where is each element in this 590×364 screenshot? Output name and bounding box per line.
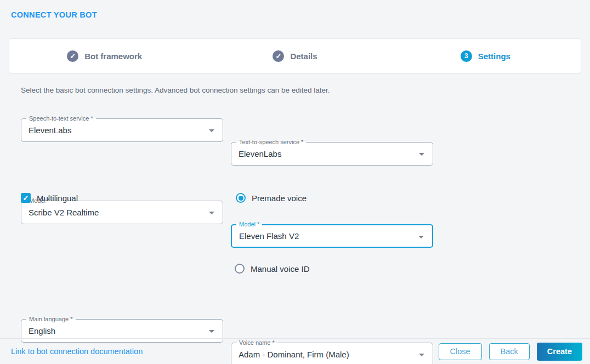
page-title: CONNECT YOUR BOT [11, 10, 97, 19]
radio-selected-icon [236, 193, 246, 203]
checkbox-label: Multilingual [37, 194, 78, 203]
chevron-down-icon [209, 330, 214, 333]
field-label: Main language * [26, 316, 76, 323]
back-button[interactable]: Back [489, 343, 530, 360]
stt-model-select[interactable]: Model * Scribe V2 Realtime [21, 201, 223, 224]
create-button[interactable]: Create [537, 343, 582, 361]
step-bot-framework[interactable]: ✓ Bot framework [9, 50, 200, 62]
step-number-badge: 3 [461, 50, 472, 62]
step-label: Bot framework [84, 52, 142, 61]
step-label: Details [290, 52, 317, 61]
field-label: Model * [236, 221, 262, 228]
multilingual-checkbox[interactable]: ✓ Multilingual [21, 193, 78, 203]
check-icon: ✓ [273, 50, 284, 62]
settings-form: Speech-to-text service * ElevenLabs Text… [21, 118, 433, 283]
radio-unselected-icon [235, 264, 245, 274]
field-value: ElevenLabs [231, 143, 433, 165]
tts-service-select[interactable]: Text-to-speech service * ElevenLabs [231, 142, 433, 166]
close-button[interactable]: Close [439, 343, 482, 360]
radio-label: Premade voice [252, 194, 307, 203]
chevron-down-icon [209, 212, 214, 214]
step-settings[interactable]: 3 Settings [390, 50, 581, 62]
field-label: Text-to-speech service * [236, 139, 306, 146]
premade-voice-radio[interactable]: Premade voice [236, 193, 307, 203]
field-value: Eleven Flash V2 [232, 225, 432, 247]
chevron-down-icon [209, 129, 214, 132]
radio-label: Manual voice ID [251, 264, 310, 274]
footer-bar: Link to bot connection documentation Clo… [0, 338, 590, 364]
field-value: ElevenLabs [21, 119, 223, 141]
field-value: Scribe V2 Realtime [21, 201, 223, 224]
checkbox-checked-icon: ✓ [21, 193, 31, 203]
chevron-down-icon [418, 236, 424, 238]
field-label: Speech-to-text service * [26, 115, 96, 122]
settings-description: Select the basic bot connection settings… [21, 86, 330, 94]
tts-model-select[interactable]: Model * Eleven Flash V2 [231, 224, 433, 248]
check-icon: ✓ [67, 50, 78, 62]
step-details[interactable]: ✓ Details [200, 50, 390, 62]
manual-voice-id-radio[interactable]: Manual voice ID [235, 264, 310, 274]
footer-buttons: Close Back Create [439, 343, 582, 361]
documentation-link[interactable]: Link to bot connection documentation [11, 347, 143, 356]
chevron-down-icon [419, 153, 424, 156]
step-label: Settings [478, 52, 510, 61]
stepper: ✓ Bot framework ✓ Details 3 Settings [9, 38, 581, 73]
stt-service-select[interactable]: Speech-to-text service * ElevenLabs [21, 118, 223, 142]
